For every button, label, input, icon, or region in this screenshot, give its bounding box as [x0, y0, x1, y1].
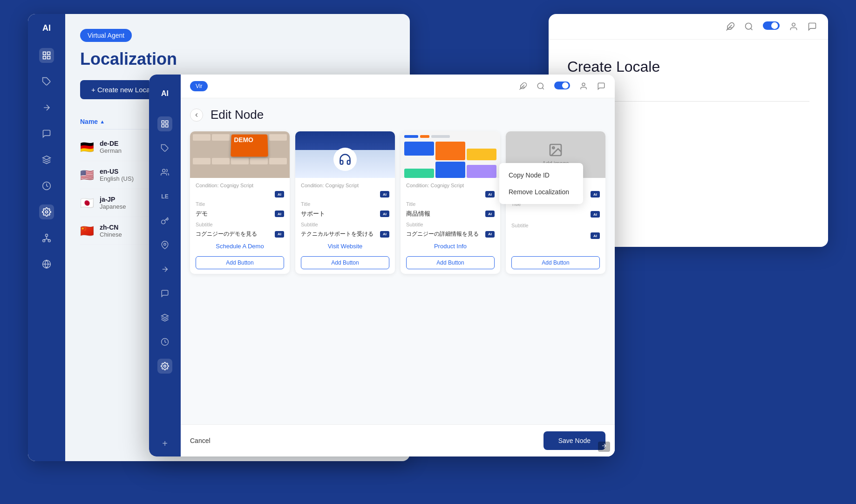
front-sidebar-tag[interactable] — [157, 141, 172, 156]
ai-badge-title-2: AI — [380, 211, 389, 217]
edit-node-content: Edit Node DEMO — [181, 98, 615, 424]
card-add-add-button[interactable]: Add Button — [511, 256, 600, 269]
card-product-link[interactable]: Product Info — [406, 241, 495, 252]
svg-point-34 — [164, 365, 166, 368]
sidebar-icon-layers[interactable] — [39, 152, 54, 167]
svg-point-40 — [562, 82, 569, 89]
sort-arrow-icon: ▲ — [100, 119, 105, 124]
ai-badge-title-3: AI — [485, 211, 495, 217]
front-sidebar-settings[interactable] — [157, 359, 172, 374]
sidebar-icon-connection[interactable] — [39, 231, 54, 245]
ai-badge-1: AI — [275, 191, 284, 198]
card-demo-add-button[interactable]: Add Button — [196, 256, 284, 269]
svg-point-41 — [582, 83, 585, 86]
svg-rect-25 — [166, 121, 168, 123]
card-support-add-button[interactable]: Add Button — [301, 256, 389, 269]
front-sidebar-chat[interactable] — [157, 286, 172, 301]
sidebar-logo: AI — [42, 23, 51, 33]
svg-rect-1 — [48, 52, 50, 55]
context-menu: Copy Node ID Remove Localization — [499, 163, 583, 204]
svg-point-30 — [164, 243, 166, 245]
card-demo: DEMO Condition: Cognigy Script — [190, 131, 290, 274]
card-support-link[interactable]: Visit Website — [301, 241, 389, 252]
svg-rect-26 — [162, 125, 164, 127]
front-sidebar-add[interactable]: + — [162, 438, 168, 449]
flag-de: 🇩🇪 — [80, 141, 94, 154]
add-icon[interactable]: + — [162, 438, 168, 449]
search-icon[interactable] — [744, 22, 754, 31]
card-demo-link[interactable]: Schedule A Demo — [196, 241, 284, 252]
front-sidebar-clock[interactable] — [157, 334, 172, 349]
svg-line-13 — [47, 239, 49, 240]
ai-badge-3: AI — [485, 191, 495, 198]
sidebar-icon-grid[interactable] — [39, 48, 54, 63]
card-product-image — [401, 131, 500, 178]
front-user-icon[interactable] — [579, 82, 588, 90]
front-sidebar-location[interactable] — [157, 238, 172, 252]
edit-node-title: Edit Node — [211, 108, 264, 122]
svg-point-22 — [771, 22, 778, 29]
save-node-button[interactable]: Save Node — [543, 431, 605, 450]
create-locale-title: Create Locale — [567, 58, 809, 75]
card-product: Condition: Cognigy Script AI Title 商品情報 … — [401, 131, 500, 274]
ai-badge-4: AI — [591, 191, 600, 198]
sidebar-icon-clock[interactable] — [39, 178, 54, 193]
ai-badge-sub-3: AI — [485, 231, 495, 238]
back-sidebar: AI — [28, 14, 65, 461]
svg-point-9 — [46, 234, 48, 237]
toggle-icon[interactable] — [763, 21, 780, 30]
front-virtual-badge: Vir — [190, 81, 208, 91]
front-main: Vir Copy Node ID Remove Localization — [181, 75, 615, 456]
sidebar-icon-settings[interactable] — [39, 204, 54, 219]
svg-rect-27 — [166, 125, 168, 127]
svg-line-14 — [44, 239, 47, 240]
svg-marker-6 — [43, 156, 51, 160]
card-product-add-button[interactable]: Add Button — [406, 256, 495, 269]
ai-badge-sub-1: AI — [275, 231, 284, 238]
front-sidebar-arrow[interactable] — [157, 262, 172, 277]
front-sidebar-layers[interactable] — [157, 310, 172, 325]
svg-point-37 — [537, 83, 543, 89]
ai-badge-2: AI — [380, 191, 389, 198]
sidebar-icon-globe[interactable] — [39, 257, 54, 272]
context-menu-copy-node-id[interactable]: Copy Node ID — [499, 167, 583, 184]
svg-rect-2 — [43, 56, 46, 59]
front-message-icon[interactable] — [597, 82, 605, 90]
edit-node-header: Edit Node — [190, 108, 605, 122]
front-sidebar-users[interactable] — [157, 165, 172, 180]
svg-point-29 — [163, 169, 165, 172]
front-sidebar-key[interactable] — [157, 213, 172, 228]
context-menu-remove-localization[interactable]: Remove Localization — [499, 184, 583, 200]
front-toggle-icon[interactable] — [554, 82, 570, 91]
ai-badge-sub-2: AI — [380, 231, 389, 238]
ai-badge-title-1: AI — [275, 211, 284, 217]
collapse-button[interactable] — [190, 109, 203, 122]
svg-point-23 — [792, 23, 795, 27]
edit-node-panel: AI LE — [149, 75, 615, 456]
virtual-agent-badge: Virtual Agent — [80, 29, 132, 42]
front-sidebar-logo: AI — [149, 82, 181, 105]
card-product-body: Condition: Cognigy Script AI Title 商品情報 … — [401, 178, 500, 274]
front-sidebar-grid[interactable] — [157, 116, 172, 131]
sidebar-icon-arrow[interactable] — [39, 100, 54, 115]
front-topbar: Vir — [181, 75, 615, 98]
front-footer: Cancel Save Node — [181, 424, 615, 456]
sidebar-icon-tag[interactable] — [39, 74, 54, 89]
ai-badge-title-4: AI — [591, 211, 600, 218]
front-sidebar-le[interactable]: LE — [157, 189, 172, 204]
cancel-button[interactable]: Cancel — [190, 437, 211, 444]
svg-line-20 — [751, 28, 753, 30]
front-search-icon[interactable] — [537, 82, 545, 90]
svg-point-44 — [552, 147, 554, 149]
svg-line-38 — [542, 88, 543, 89]
flag-us: 🇺🇸 — [80, 169, 94, 182]
toggle-icon-wrap — [763, 21, 780, 32]
flag-jp: 🇯🇵 — [80, 197, 94, 210]
card-support: Condition: Cognigy Script AI Title サポート … — [295, 131, 395, 274]
user-icon[interactable] — [789, 22, 798, 31]
svg-marker-32 — [162, 314, 169, 318]
sidebar-icon-chat[interactable] — [39, 126, 54, 141]
flag-cn: 🇨🇳 — [80, 225, 94, 238]
card-demo-body: Condition: Cognigy Script AI Title デモ AI… — [190, 178, 290, 274]
message-icon[interactable] — [808, 22, 817, 31]
